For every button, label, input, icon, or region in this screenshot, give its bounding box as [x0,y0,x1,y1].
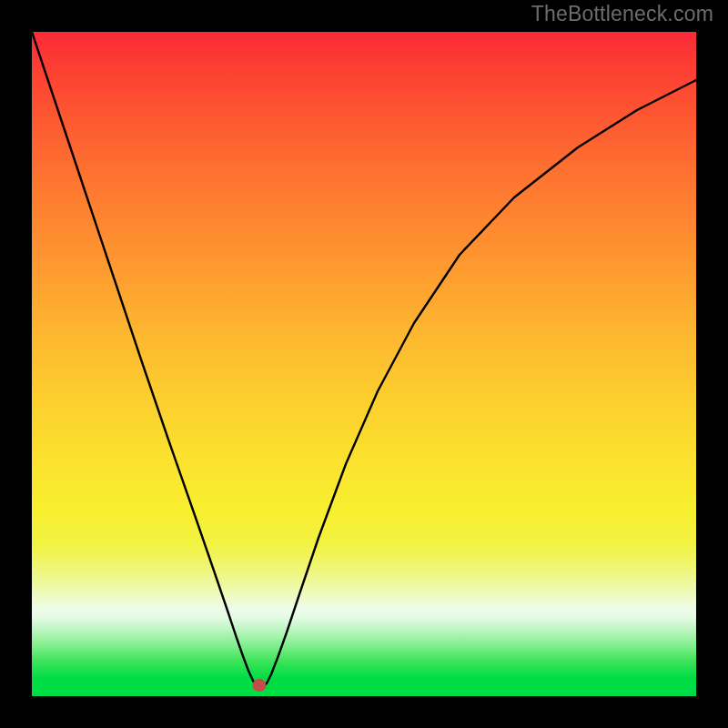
bottleneck-curve-path [32,32,696,687]
chart-frame: TheBottleneck.com [0,0,728,728]
curve-svg [32,32,696,696]
watermark-text: TheBottleneck.com [531,2,713,26]
plot-area [32,32,696,696]
optimal-point-marker [253,679,267,692]
